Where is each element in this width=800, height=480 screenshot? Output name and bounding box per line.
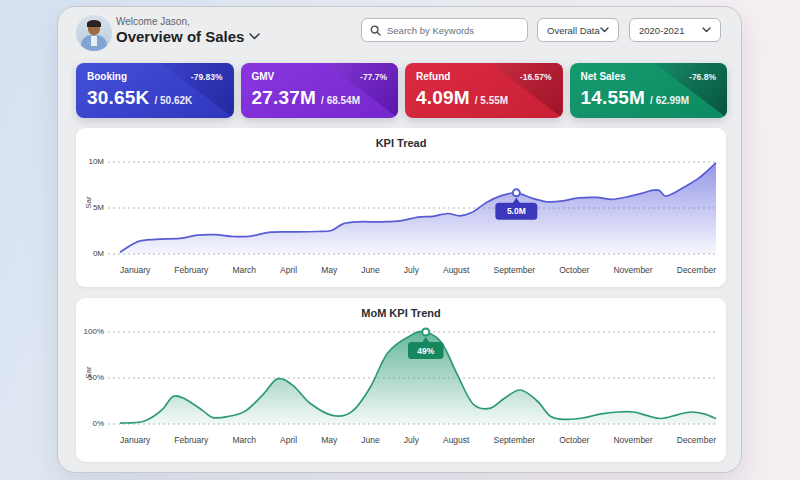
chevron-down-icon <box>249 33 260 40</box>
x-axis-label: July <box>404 435 419 445</box>
x-axis-label: April <box>280 435 297 445</box>
x-axis-label: June <box>361 435 379 445</box>
page-title-dropdown[interactable]: Overview of Sales <box>116 28 260 45</box>
card-label: GMV <box>252 71 275 82</box>
search-input[interactable] <box>387 25 519 36</box>
search-icon <box>370 25 381 36</box>
x-axis-label: October <box>559 435 589 445</box>
mom-kpi-trend-chart[interactable]: 49% <box>120 326 716 430</box>
card-value: 30.65K <box>87 87 149 109</box>
x-axis-labels: JanuaryFebruaryMarchAprilMayJuneJulyAugu… <box>120 435 716 445</box>
card-secondary-value: / 50.62K <box>154 95 192 106</box>
chart-title: MoM KPI Trend <box>76 298 726 319</box>
x-axis-label: March <box>232 435 256 445</box>
kpi-tread-panel: KPI Tread Sar 10M5M0M 5.0M JanuaryFebrua… <box>76 128 726 287</box>
welcome-text: Welcome Jason, <box>116 16 260 27</box>
y-axis-label: 0% <box>76 419 104 428</box>
header-text-group: Welcome Jason, Overview of Sales <box>116 16 260 45</box>
x-axis-label: May <box>321 265 337 275</box>
x-axis-labels: JanuaryFebruaryMarchAprilMayJuneJulyAugu… <box>120 265 716 275</box>
card-secondary-value: / 5.55M <box>475 95 508 106</box>
card-value: 14.55M <box>581 87 646 109</box>
avatar-shirt <box>91 36 97 46</box>
x-axis-label: December <box>677 265 716 275</box>
x-axis-label: February <box>174 265 208 275</box>
search-box[interactable] <box>361 18 528 42</box>
avatar-hair <box>87 20 101 27</box>
page-title: Overview of Sales <box>116 28 244 45</box>
x-axis-label: January <box>120 435 150 445</box>
y-axis-label: 50% <box>76 373 104 382</box>
year-filter-value: 2020-2021 <box>639 25 684 36</box>
mom-kpi-trend-panel: MoM KPI Trend Sar 100%50%0% 49% JanuaryF… <box>76 298 726 462</box>
x-axis-label: April <box>280 265 297 275</box>
x-axis-label: September <box>494 435 536 445</box>
card-value: 4.09M <box>416 87 470 109</box>
kpi-card-gmv: GMV -77.7% 27.37M / 68.54M <box>241 63 399 118</box>
data-point-marker <box>513 189 520 196</box>
card-delta-badge: -76.8% <box>689 72 716 82</box>
card-value: 27.37M <box>252 87 317 109</box>
data-filter-select[interactable]: Overall Data <box>537 18 619 42</box>
card-delta-badge: -16.57% <box>520 72 552 82</box>
card-label: Net Sales <box>581 71 626 82</box>
card-secondary-value: / 68.54M <box>321 95 360 106</box>
dashboard-container: Welcome Jason, Overview of Sales Overall… <box>57 6 742 473</box>
kpi-card-booking: Booking -79.83% 30.65K / 50.62K <box>76 63 234 118</box>
y-axis-label: 100% <box>76 327 104 336</box>
year-filter-select[interactable]: 2020-2021 <box>629 18 721 42</box>
y-axis-label: 0M <box>76 249 104 258</box>
x-axis-label: August <box>443 435 469 445</box>
card-label: Booking <box>87 71 127 82</box>
kpi-tread-chart[interactable]: 5.0M <box>120 156 716 260</box>
x-axis-label: May <box>321 435 337 445</box>
data-filter-value: Overall Data <box>547 25 600 36</box>
chevron-down-icon <box>600 27 609 33</box>
x-axis-label: July <box>404 265 419 275</box>
card-label: Refund <box>416 71 450 82</box>
x-axis-label: January <box>120 265 150 275</box>
x-axis-label: November <box>613 435 652 445</box>
x-axis-label: August <box>443 265 469 275</box>
x-axis-label: March <box>232 265 256 275</box>
chart-title: KPI Tread <box>76 128 726 149</box>
chevron-down-icon <box>702 27 711 33</box>
y-axis-label: 5M <box>76 203 104 212</box>
x-axis-label: September <box>494 265 536 275</box>
x-axis-label: February <box>174 435 208 445</box>
card-delta-badge: -79.83% <box>191 72 223 82</box>
y-axis-label: 10M <box>76 157 104 166</box>
data-point-marker <box>422 329 429 336</box>
card-secondary-value: / 62.99M <box>650 95 689 106</box>
kpi-cards-row: Booking -79.83% 30.65K / 50.62K GMV -77.… <box>76 63 727 118</box>
x-axis-label: October <box>559 265 589 275</box>
x-axis-label: December <box>677 435 716 445</box>
avatar[interactable] <box>76 15 112 51</box>
kpi-card-net-sales: Net Sales -76.8% 14.55M / 62.99M <box>570 63 728 118</box>
kpi-card-refund: Refund -16.57% 4.09M / 5.55M <box>405 63 563 118</box>
card-delta-badge: -77.7% <box>360 72 387 82</box>
tooltip-value: 49% <box>417 346 434 356</box>
x-axis-label: November <box>613 265 652 275</box>
tooltip-value: 5.0M <box>507 206 526 216</box>
x-axis-label: June <box>361 265 379 275</box>
